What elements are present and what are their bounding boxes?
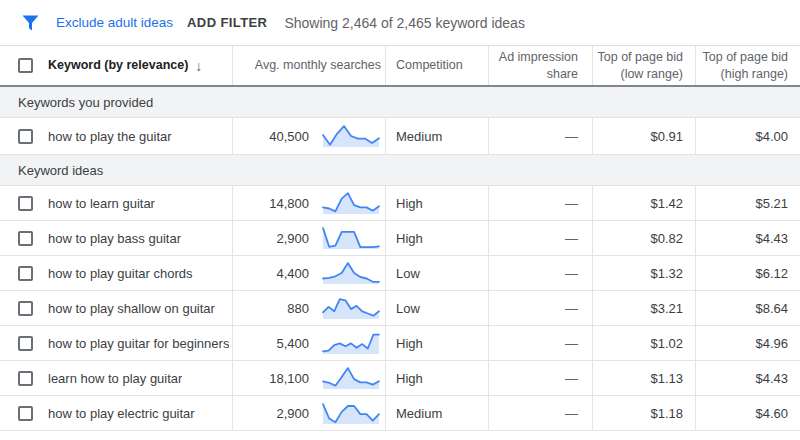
competition-value: Medium — [396, 129, 442, 144]
row-checkbox[interactable] — [18, 406, 33, 421]
keyword-text: how to play bass guitar — [48, 231, 181, 246]
keyword-row[interactable]: how to play bass guitar 2,900 High — $0.… — [0, 221, 800, 256]
searches-cell: 5,400 — [232, 326, 385, 360]
ad-impression-value: — — [565, 266, 578, 281]
bid-low-cell: $1.02 — [592, 326, 695, 360]
exclude-adult-ideas-link[interactable]: Exclude adult ideas — [56, 15, 173, 30]
searches-cell: 880 — [232, 291, 385, 325]
bid-high-value: $4.96 — [755, 336, 788, 351]
row-checkbox[interactable] — [18, 196, 33, 211]
keyword-row[interactable]: how to play guitar for beginners 5,400 H… — [0, 326, 800, 361]
header-competition-cell[interactable]: Competition — [385, 46, 488, 85]
keyword-row[interactable]: how to play electric guitar 2,900 Medium… — [0, 396, 800, 431]
keyword-cell: learn how to play guitar — [48, 361, 232, 395]
bid-low-cell: $0.91 — [592, 118, 695, 154]
results-count-text: Showing 2,464 of 2,465 keyword ideas — [284, 15, 525, 31]
competition-value: High — [396, 196, 423, 211]
bid-low-value: $1.02 — [650, 336, 683, 351]
bid-high-value: $4.43 — [755, 371, 788, 386]
competition-cell: Medium — [385, 118, 488, 154]
bid-low-value: $1.13 — [650, 371, 683, 386]
competition-cell: High — [385, 186, 488, 220]
row-checkbox[interactable] — [18, 371, 33, 386]
bid-high-value: $4.43 — [755, 231, 788, 246]
keyword-text: how to play guitar for beginners — [48, 336, 229, 351]
bid-high-cell: $8.64 — [695, 291, 800, 325]
searches-value: 2,900 — [276, 231, 309, 246]
keyword-text: how to play guitar chords — [48, 266, 193, 281]
table-header-row: Keyword (by relevance) ↓ Avg. monthly se… — [0, 46, 800, 87]
sort-descending-icon[interactable]: ↓ — [195, 58, 202, 74]
competition-value: Medium — [396, 406, 442, 421]
row-checkbox-cell — [0, 256, 48, 290]
bid-low-value: $1.18 — [650, 406, 683, 421]
keyword-text: how to play shallow on guitar — [48, 301, 215, 316]
keyword-text: how to learn guitar — [48, 196, 155, 211]
searches-value: 4,400 — [276, 266, 309, 281]
row-checkbox[interactable] — [18, 129, 33, 144]
keyword-cell: how to learn guitar — [48, 186, 232, 220]
trend-sparkline — [321, 365, 381, 391]
ad-impression-cell: — — [488, 326, 592, 360]
trend-sparkline — [321, 330, 381, 356]
searches-value: 18,100 — [269, 371, 309, 386]
competition-cell: Low — [385, 256, 488, 290]
header-keyword-cell[interactable]: Keyword (by relevance) ↓ — [48, 46, 232, 85]
searches-cell: 40,500 — [232, 118, 385, 154]
row-checkbox-cell — [0, 396, 48, 430]
competition-value: High — [396, 336, 423, 351]
row-checkbox[interactable] — [18, 231, 33, 246]
row-checkbox[interactable] — [18, 336, 33, 351]
bid-high-value: $6.12 — [755, 266, 788, 281]
header-ad-impression-cell[interactable]: Ad impression share — [488, 46, 592, 85]
table-body: Keywords you provided how to play the gu… — [0, 87, 800, 431]
ad-impression-value: — — [565, 336, 578, 351]
keyword-text: how to play electric guitar — [48, 406, 195, 421]
bid-high-value: $5.21 — [755, 196, 788, 211]
ad-impression-value: — — [565, 129, 578, 144]
bid-low-cell: $3.21 — [592, 291, 695, 325]
bid-low-value: $0.91 — [650, 129, 683, 144]
competition-cell: High — [385, 361, 488, 395]
keyword-row[interactable]: how to play the guitar 40,500 Medium — $… — [0, 118, 800, 155]
bid-low-value: $3.21 — [650, 301, 683, 316]
ad-impression-value: — — [565, 371, 578, 386]
keyword-cell: how to play guitar chords — [48, 256, 232, 290]
ad-impression-cell: — — [488, 256, 592, 290]
bid-high-cell: $4.43 — [695, 361, 800, 395]
keyword-row[interactable]: how to learn guitar 14,800 High — $1.42 … — [0, 186, 800, 221]
ad-impression-cell: — — [488, 221, 592, 255]
bid-low-cell: $1.32 — [592, 256, 695, 290]
header-bid-low-cell[interactable]: Top of page bid (low range) — [592, 46, 695, 85]
searches-column-header: Avg. monthly searches — [255, 57, 381, 74]
bid-low-value: $1.32 — [650, 266, 683, 281]
ad-impression-value: — — [565, 301, 578, 316]
bid-high-cell: $4.00 — [695, 118, 800, 154]
keyword-row[interactable]: how to play guitar chords 4,400 Low — $1… — [0, 256, 800, 291]
bid-low-column-header: Top of page bid (low range) — [593, 49, 683, 82]
searches-cell: 14,800 — [232, 186, 385, 220]
ad-impression-cell: — — [488, 291, 592, 325]
add-filter-button[interactable]: ADD FILTER — [187, 15, 267, 30]
searches-cell: 2,900 — [232, 221, 385, 255]
row-checkbox-cell — [0, 186, 48, 220]
searches-cell: 2,900 — [232, 396, 385, 430]
keyword-row[interactable]: learn how to play guitar 18,100 High — $… — [0, 361, 800, 396]
keyword-cell: how to play guitar for beginners — [48, 326, 232, 360]
header-bid-high-cell[interactable]: Top of page bid (high range) — [695, 46, 800, 85]
header-searches-cell[interactable]: Avg. monthly searches — [232, 46, 385, 85]
trend-sparkline — [321, 400, 381, 426]
select-all-checkbox[interactable] — [18, 58, 33, 73]
trend-sparkline — [321, 123, 381, 149]
row-checkbox[interactable] — [18, 266, 33, 281]
ad-impression-cell: — — [488, 118, 592, 154]
ad-impression-column-header: Ad impression share — [489, 49, 578, 82]
filter-icon[interactable] — [22, 15, 39, 31]
searches-value: 40,500 — [269, 129, 309, 144]
bid-high-cell: $5.21 — [695, 186, 800, 220]
bid-low-cell: $1.18 — [592, 396, 695, 430]
searches-value: 2,900 — [276, 406, 309, 421]
trend-sparkline — [321, 190, 381, 216]
row-checkbox[interactable] — [18, 301, 33, 316]
keyword-row[interactable]: how to play shallow on guitar 880 Low — … — [0, 291, 800, 326]
